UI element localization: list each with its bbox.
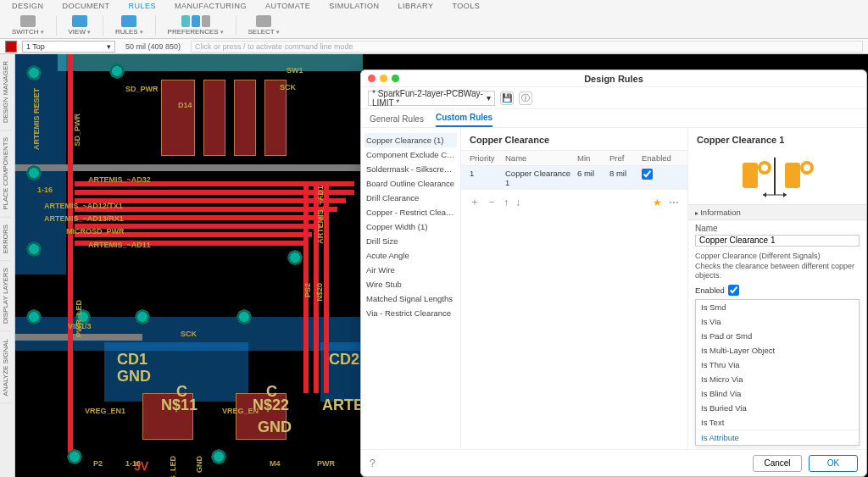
silkscreen-label: ARTEMIS_~AD11 bbox=[88, 241, 151, 249]
grid-toolbar: ＋ － ↑ ↓ ★ ⋯ bbox=[461, 190, 687, 214]
ribbon-select[interactable]: SELECT bbox=[243, 15, 285, 36]
ribbon-preferences[interactable]: PREFERENCES bbox=[163, 15, 229, 36]
filter-dropdown[interactable]: Is Smd Is Via Is Pad or Smd Is Multi-Lay… bbox=[695, 299, 860, 446]
svg-point-1 bbox=[760, 163, 770, 173]
filter-option[interactable]: Is Micro Via bbox=[696, 372, 859, 386]
close-icon[interactable] bbox=[368, 75, 376, 82]
filter-option[interactable]: Is Smd bbox=[696, 300, 859, 314]
ribbon-view[interactable]: VIEW bbox=[64, 15, 96, 36]
tab-analyze-signal[interactable]: ANALYZE SIGNAL bbox=[0, 332, 11, 403]
menu-rules[interactable]: RULES bbox=[129, 2, 157, 15]
command-line[interactable]: Click or press / to activate command lin… bbox=[191, 41, 863, 53]
svg-point-4 bbox=[802, 163, 812, 173]
silkscreen-label: SCK bbox=[181, 330, 197, 338]
menu-automate[interactable]: AUTOMATE bbox=[265, 2, 310, 15]
ok-button[interactable]: OK bbox=[809, 455, 858, 472]
rule-enabled-checkbox[interactable] bbox=[642, 169, 653, 180]
pref-icon bbox=[192, 15, 200, 27]
tab-design-manager[interactable]: DESIGN MANAGER bbox=[0, 54, 11, 130]
remove-rule-button[interactable]: － bbox=[487, 195, 497, 209]
silkscreen-label: P2 bbox=[93, 459, 103, 468]
rule-properties-panel: Copper Clearance 1 Information Name bbox=[688, 128, 866, 449]
menu-library[interactable]: LIBRARY bbox=[398, 2, 434, 15]
silkscreen-label: 1-16 bbox=[125, 459, 141, 468]
cancel-button[interactable]: Cancel bbox=[753, 455, 802, 472]
silkscreen-label: VREG_EN1 bbox=[85, 407, 125, 415]
info-button[interactable]: ⓘ bbox=[519, 92, 532, 105]
rule-category[interactable]: Drill Size bbox=[364, 234, 457, 248]
filter-option[interactable]: Is Blind Via bbox=[696, 386, 859, 401]
rules-icon bbox=[121, 15, 136, 27]
move-down-button[interactable]: ↓ bbox=[515, 197, 520, 208]
rule-name-input[interactable] bbox=[695, 235, 860, 247]
ribbon-switch[interactable]: SWITCH bbox=[7, 15, 49, 36]
star-icon[interactable]: ★ bbox=[653, 197, 662, 208]
dialog-tabs: General Rules Custom Rules bbox=[361, 109, 866, 128]
window-controls[interactable] bbox=[368, 75, 399, 82]
maximize-icon[interactable] bbox=[392, 75, 399, 82]
silkscreen-label: ARTEMIS RESET bbox=[32, 88, 41, 150]
filter-option[interactable]: Is Buried Via bbox=[696, 401, 859, 415]
silkscreen-label: N$11 bbox=[161, 397, 198, 414]
menu-document[interactable]: DOCUMENT bbox=[63, 2, 110, 15]
rule-category[interactable]: Copper - Restrict Clearance bbox=[364, 205, 457, 219]
move-up-button[interactable]: ↑ bbox=[504, 197, 509, 208]
grid-header: Priority Name Min Pref Enabled bbox=[461, 150, 687, 166]
dialog-titlebar[interactable]: Design Rules bbox=[361, 70, 866, 87]
filter-option[interactable]: Is Text bbox=[696, 415, 859, 430]
tab-custom-rules[interactable]: Custom Rules bbox=[436, 113, 492, 127]
filter-option[interactable]: Is Thru Via bbox=[696, 358, 859, 372]
silkscreen-label: GND bbox=[258, 419, 292, 436]
rule-category[interactable]: Acute Angle bbox=[364, 248, 457, 263]
menu-tools[interactable]: TOOLS bbox=[452, 2, 480, 15]
menu-design[interactable]: DESIGN bbox=[12, 2, 44, 15]
rule-category[interactable]: Via - Restrict Clearance bbox=[364, 306, 457, 320]
tab-place-components[interactable]: PLACE COMPONENTS bbox=[0, 130, 11, 218]
rule-category[interactable]: Soldermask - Silkscreen Clearance bbox=[364, 162, 457, 176]
filter-option[interactable]: Is Via bbox=[696, 314, 859, 329]
layer-select[interactable]: 1 Top▾ bbox=[22, 41, 115, 53]
rule-category[interactable]: Board Outline Clearance bbox=[364, 176, 457, 191]
silkscreen-label: SD_PWR bbox=[125, 85, 159, 93]
filter-option[interactable]: Is Attribute bbox=[696, 430, 859, 445]
divider bbox=[103, 15, 103, 36]
minimize-icon[interactable] bbox=[380, 75, 387, 82]
menu-manufacturing[interactable]: MANUFACTURING bbox=[175, 2, 247, 15]
tab-errors[interactable]: ERRORS bbox=[0, 218, 11, 261]
dialog-title: Design Rules bbox=[584, 74, 643, 84]
profile-select[interactable]: * SparkFun-2-layer-PCBWay-LIMIT *▾ bbox=[368, 91, 495, 106]
add-rule-button[interactable]: ＋ bbox=[470, 195, 480, 209]
left-panel-tabs: DESIGN MANAGER PLACE COMPONENTS ERRORS D… bbox=[0, 54, 15, 477]
silkscreen-label: PS2 bbox=[303, 283, 312, 297]
menu-simulation[interactable]: SIMULATION bbox=[329, 2, 379, 15]
silkscreen-label: GND bbox=[195, 456, 203, 473]
svg-rect-0 bbox=[743, 163, 758, 188]
help-icon[interactable]: ? bbox=[370, 458, 376, 469]
rule-category[interactable]: Component Exclude Clearance bbox=[364, 147, 457, 162]
rule-grid: Priority Name Min Pref Enabled 1 Copper … bbox=[461, 150, 687, 190]
tab-general-rules[interactable]: General Rules bbox=[370, 114, 424, 127]
ribbon-rules[interactable]: RULES bbox=[110, 15, 148, 36]
rule-category[interactable]: Copper Clearance (1) bbox=[364, 133, 457, 147]
tab-display-layers[interactable]: DISPLAY LAYERS bbox=[0, 261, 11, 331]
info-section-header[interactable]: Information bbox=[688, 204, 866, 220]
divider bbox=[236, 15, 236, 36]
view-icon bbox=[72, 15, 87, 27]
save-profile-button[interactable]: 💾 bbox=[500, 92, 514, 105]
menu-icon[interactable]: ⋯ bbox=[669, 197, 679, 208]
rule-category[interactable]: Drill Clearance bbox=[364, 191, 457, 205]
center-title: Copper Clearance bbox=[461, 128, 687, 150]
rule-category[interactable]: Copper Width (1) bbox=[364, 219, 457, 234]
layer-swatch[interactable] bbox=[5, 41, 17, 53]
pref-icon bbox=[202, 15, 210, 27]
rule-row[interactable]: 1 Copper Clearance 1 6 mil 8 mil bbox=[461, 166, 687, 190]
filter-option[interactable]: Is Pad or Smd bbox=[696, 329, 859, 343]
rule-category[interactable]: Air Wire bbox=[364, 263, 457, 277]
rule-category[interactable]: Wire Stub bbox=[364, 277, 457, 291]
filter-option[interactable]: Is Multi-Layer Object bbox=[696, 343, 859, 358]
silkscreen-label: CD1 bbox=[117, 351, 147, 369]
profile-name: * SparkFun-2-layer-PCBWay-LIMIT * bbox=[372, 89, 487, 108]
rule-category[interactable]: Matched Signal Lengths bbox=[364, 291, 457, 306]
rule-enabled-checkbox[interactable] bbox=[728, 285, 739, 296]
silkscreen-label: SD_PWR bbox=[73, 114, 81, 147]
